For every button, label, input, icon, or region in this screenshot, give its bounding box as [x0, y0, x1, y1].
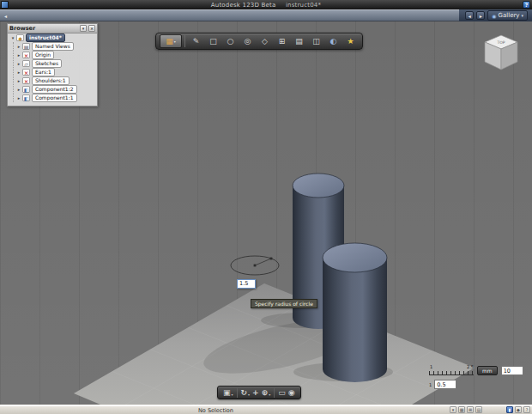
sync-status-icon[interactable]: ▮ — [506, 406, 513, 413]
app-window: Autodesk 123D Beta instruct04* ? ◂ ◂ ▸ ◉… — [0, 0, 532, 414]
viewcube-icon: ▣ — [223, 389, 231, 397]
forward-button[interactable]: ▸ — [476, 11, 485, 20]
favorites-tool-button[interactable]: ★ — [342, 34, 359, 48]
expander-icon[interactable]: ▸ — [16, 95, 21, 100]
browser-item-label[interactable]: instruct04* — [26, 33, 65, 42]
visibility-off-icon[interactable]: × — [22, 52, 30, 58]
navbar-separator — [274, 388, 275, 398]
viewcube-menu-button[interactable]: ▣ ▾ — [223, 389, 233, 397]
browser-close-button[interactable]: × — [88, 25, 95, 32]
chevron-down-icon: ▾ — [248, 393, 250, 397]
menu-bar: ◂ ◂ ▸ ◉ Gallery ▾ — [0, 9, 532, 21]
radius-input[interactable] — [237, 279, 256, 289]
gallery-button[interactable]: ◉ Gallery ▾ — [487, 10, 528, 21]
box-tool-button[interactable]: □ — [205, 34, 221, 48]
component-icon: ◧ — [22, 94, 30, 101]
pattern-tool-button[interactable]: ⊞ — [274, 34, 290, 48]
browser-item-label[interactable]: Sketches — [32, 59, 62, 68]
browser-item-label[interactable]: Shoulders:1 — [32, 76, 70, 85]
browser-item-label[interactable]: Component1:1 — [32, 94, 77, 102]
sketch-center-point[interactable] — [254, 265, 257, 267]
selection-filter-icon[interactable]: ▾ — [450, 406, 456, 413]
status-bar: No Selection ▾ ▦ ⊞ ▤ ▮ ◆ ? — [0, 405, 532, 414]
browser-item-named-views[interactable]: ▸ ▤ Named Views — [14, 42, 97, 51]
browser-tree: ▸ ▤ Named Views ▸ × Origin ▸ ▱ Sketches … — [13, 42, 97, 102]
chevron-down-icon: ▾ — [232, 393, 233, 397]
sphere-tool-button[interactable]: ○ — [222, 34, 239, 48]
snap-label: 1 — [429, 382, 432, 387]
title-bar: Autodesk 123D Beta instruct04* ? — [0, 0, 532, 9]
navbar-separator — [237, 388, 238, 398]
pan-icon: + — [252, 389, 259, 397]
browser-header: Browser ▾ × — [8, 24, 97, 33]
browser-item-sketches[interactable]: ▸ ▱ Sketches — [14, 59, 97, 68]
expander-icon[interactable]: ▸ — [16, 87, 21, 92]
browser-item-component1-2[interactable]: ▸ ◧ Component1:2 — [14, 85, 97, 94]
app-title: Autodesk 123D Beta — [211, 2, 276, 9]
sketch-tool-button[interactable]: ✎ — [188, 34, 204, 48]
view-cube-top-label: TOP — [496, 40, 505, 45]
grid-toggle-icon[interactable]: ⊞ — [467, 406, 474, 413]
document-icon: ◆ — [16, 34, 24, 41]
snap-increment-input[interactable] — [434, 380, 456, 389]
browser-item-component1-1[interactable]: ▸ ◧ Component1:1 — [14, 94, 97, 102]
view-cube[interactable]: TOP — [477, 30, 525, 78]
split-icon: ▤ — [295, 38, 303, 46]
status-message: No Selection — [198, 407, 233, 414]
browser-title: Browser — [9, 25, 78, 32]
grid-scale-ruler: 1 2.5 — [429, 365, 474, 375]
browser-item-label[interactable]: Origin — [32, 51, 54, 59]
help-icon[interactable]: ? — [523, 406, 530, 413]
camera-button[interactable]: ◉ — [288, 389, 295, 397]
app-icon — [1, 1, 9, 9]
units-toggle-icon[interactable]: ▤ — [475, 406, 482, 413]
orbit-button[interactable]: ↻ ▾ — [241, 389, 251, 397]
snap-toggle-icon[interactable]: ▦ — [458, 406, 465, 413]
browser-item-origin[interactable]: ▸ × Origin — [14, 51, 97, 59]
fit-view-button[interactable]: ▭ — [278, 389, 286, 397]
viewport[interactable]: ▦ ▾ ✎ □ ○ ◎ ◇ ⊞ ▤ ◫ ◐ ★ TOP — [0, 21, 532, 405]
back-button[interactable]: ◂ — [465, 11, 474, 20]
browser-options-button[interactable]: ▾ — [80, 25, 87, 32]
browser-item-ears[interactable]: ▸ × Ears:1 — [14, 68, 97, 76]
gallery-label: Gallery — [499, 12, 520, 19]
pattern-icon: ⊞ — [279, 38, 286, 46]
sketch-radius-point[interactable] — [270, 258, 273, 260]
browser-item-label[interactable]: Component1:2 — [32, 85, 77, 94]
expander-icon[interactable]: ▸ — [16, 44, 21, 49]
expander-icon[interactable]: ▸ — [16, 78, 21, 83]
snap-controls: 1 — [429, 380, 456, 389]
status-system-icons: ▮ ◆ ? — [506, 406, 530, 413]
cylinder-front[interactable] — [323, 243, 387, 382]
expander-icon[interactable]: ▾ — [10, 35, 15, 40]
browser-item-label[interactable]: Ears:1 — [32, 68, 55, 76]
visibility-off-icon[interactable]: × — [22, 69, 30, 76]
split-tool-button[interactable]: ▤ — [291, 34, 307, 48]
browser-item-shoulders[interactable]: ▸ × Shoulders:1 — [14, 76, 97, 85]
sketch-icon: ✎ — [193, 38, 200, 46]
browser-item-label[interactable]: Named Views — [32, 42, 74, 51]
material-tool-button[interactable]: ◐ — [325, 34, 342, 48]
ruler-ticks — [429, 371, 474, 375]
visibility-off-icon[interactable]: × — [22, 77, 30, 84]
material-icon: ◐ — [330, 38, 337, 46]
zoom-button[interactable]: ⊕ ▾ — [262, 389, 271, 397]
expander-icon[interactable]: ▸ — [16, 61, 21, 66]
help-button[interactable]: ? — [523, 1, 530, 9]
combine-tool-button[interactable]: ◫ — [308, 34, 324, 48]
pan-button[interactable]: + — [252, 389, 259, 397]
expander-icon[interactable]: ▸ — [16, 52, 21, 58]
fit-icon: ▭ — [278, 389, 286, 397]
box-icon: □ — [209, 38, 217, 46]
browser-item-root[interactable]: ▾ ◆ instruct04* — [8, 33, 97, 42]
chamfer-tool-button[interactable]: ◇ — [257, 34, 273, 48]
torus-tool-button[interactable]: ◎ — [239, 34, 256, 48]
primitives-menu-button[interactable]: ▦ ▾ — [160, 34, 182, 48]
torus-icon: ◎ — [245, 38, 251, 46]
grid-spacing-input[interactable] — [501, 366, 523, 375]
zoom-icon: ⊕ — [262, 389, 269, 397]
expander-icon[interactable]: ▸ — [16, 70, 21, 75]
panel-collapse-icon[interactable]: ◂ — [2, 12, 9, 20]
unit-button[interactable]: mm — [477, 366, 498, 375]
notifications-icon[interactable]: ◆ — [515, 406, 522, 413]
